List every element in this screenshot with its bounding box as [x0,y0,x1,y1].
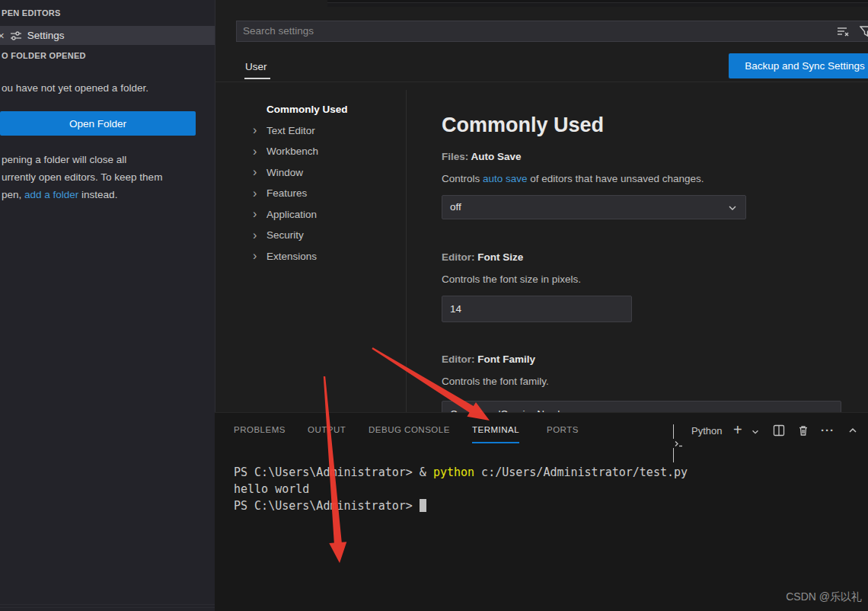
toc-item-window[interactable]: ›Window [253,162,397,184]
chevron-right-icon: › [253,166,260,178]
toc-item-workbench[interactable]: ›Workbench [253,141,397,162]
panel-tab-problems[interactable]: PROBLEMS [234,425,286,434]
toc-item-commonly-used[interactable]: Commonly Used [253,99,397,120]
open-editor-settings-item[interactable]: × Settings [0,26,215,45]
launch-profile-chevron-icon[interactable] [751,427,760,437]
setting-label-auto-save: Files: Auto Save [442,151,522,162]
setting-desc-auto-save: Controls auto save of editors that have … [442,173,704,184]
terminal-args: c:/Users/Administrator/test.py [474,465,688,479]
toc-item-label: Extensions [266,251,317,262]
chevron-right-icon: › [253,229,260,242]
terminal-shell-icon [673,425,685,462]
search-input[interactable] [237,21,791,40]
setting-category: Files: [442,151,471,162]
terminal-content[interactable]: PS C:\Users\Administrator> & python c:/U… [234,464,688,514]
setting-name: Font Family [477,353,535,365]
auto-save-value: off [450,201,461,213]
terminal-line: PS C:\Users\Administrator> & python c:/U… [234,464,688,481]
clear-filter-icon[interactable] [837,25,850,37]
filter-icon[interactable] [860,25,868,37]
shell-selector-label[interactable]: Python [691,425,722,437]
new-terminal-icon[interactable]: + [733,422,742,437]
panel-tab-ports[interactable]: PORTS [547,425,579,434]
terminal-line: PS C:\Users\Administrator> [234,497,688,514]
settings-tab-label: Settings [27,30,65,41]
settings-sliders-icon [10,30,22,42]
toc-item-label: Security [266,229,304,241]
note-line-2: urrently open editors. To keep them [2,168,201,186]
watermark: CSDN @乐以礼 [786,590,862,604]
terminal-line: hello world [234,481,688,497]
tab-user-underline [244,78,270,79]
setting-label-font-family: Editor: Font Family [442,353,535,365]
setting-name: Font Size [477,251,523,263]
setting-category: Editor: [442,251,477,263]
toc-divider [406,90,407,412]
terminal-operator: & [420,465,433,479]
settings-search-box [236,21,868,42]
note-line-1: pening a folder will close all [2,151,201,168]
maximize-panel-chevron-icon[interactable] [847,426,858,435]
toc-item-application[interactable]: ›Application [253,204,397,226]
note-line-3-suffix: instead. [78,189,117,200]
close-icon[interactable]: × [0,30,5,41]
chevron-right-icon: › [253,208,260,220]
kill-terminal-trash-icon[interactable] [797,424,809,437]
editor-tabstrip [327,0,868,7]
font-size-input[interactable] [442,296,632,322]
chevron-down-icon [727,203,738,213]
toc-item-label: Application [266,209,317,220]
no-folder-text: ou have not yet opened a folder. [2,82,148,94]
auto-save-select[interactable]: off [442,195,746,219]
no-folder-opened-header: O FOLDER OPENED [2,51,86,60]
desc-text: Controls [442,173,483,184]
chevron-right-icon: › [253,146,260,158]
terminal-output: hello world [234,482,309,496]
sidebar: PEN EDITORS × Settings O FOLDER OPENED o… [0,0,215,611]
open-editors-header: PEN EDITORS [2,8,61,18]
setting-label-font-size: Editor: Font Size [442,251,523,263]
toc-item-label: Features [266,187,307,199]
setting-desc-font-family: Controls the font family. [442,376,549,387]
toc-item-label: Workbench [266,146,318,157]
open-folder-button[interactable]: Open Folder [0,111,196,136]
terminal-prompt: PS C:\Users\Administrator> [234,465,420,479]
sidebar-section-divider [0,604,215,605]
tabstrip-border [327,2,868,3]
toc-item-label: Text Editor [266,125,315,136]
vscode-window: PEN EDITORS × Settings O FOLDER OPENED o… [0,0,868,611]
toc-item-label: Window [266,167,303,178]
terminal-cursor [420,499,426,512]
terminal-prompt: PS C:\Users\Administrator> [234,499,420,513]
note-line-3-prefix: pen, [2,189,24,200]
terminal-tab-underline [472,442,519,443]
setting-name: Auto Save [471,151,522,162]
note-line-3: pen, add a folder instead. [2,186,201,203]
toc-item-label: Commonly Used [266,104,348,115]
toc-item-text-editor[interactable]: ›Text Editor [253,120,397,142]
tab-user[interactable]: User [245,61,267,72]
chevron-right-icon: › [253,187,260,200]
open-folder-note: pening a folder will close all urrently … [2,151,201,203]
panel-tab-output[interactable]: OUTPUT [308,425,346,434]
more-actions-icon[interactable]: ··· [821,424,834,437]
terminal-command: python [433,465,474,479]
panel-tab-terminal[interactable]: TERMINAL [472,425,519,434]
auto-save-link[interactable]: auto save [483,173,528,184]
add-a-folder-link[interactable]: add a folder [24,189,78,200]
panel-tab-debug-console[interactable]: DEBUG CONSOLE [369,425,450,434]
settings-header-border [215,82,868,82]
toc-item-security[interactable]: ›Security [253,225,397,246]
setting-category: Editor: [442,353,477,365]
split-terminal-icon[interactable] [773,424,785,437]
chevron-right-icon: › [253,250,260,262]
setting-desc-font-size: Controls the font size in pixels. [442,274,581,285]
sidebar-section-divider [0,607,215,608]
page-title: Commonly Used [442,114,604,137]
desc-text: of editors that have unsaved changes. [528,173,704,184]
toc-item-extensions[interactable]: ›Extensions [253,246,397,267]
settings-toc: Commonly Used ›Text Editor ›Workbench ›W… [253,99,397,267]
toc-item-features[interactable]: ›Features [253,183,397,204]
chevron-right-icon: › [253,124,260,136]
backup-and-sync-button[interactable]: Backup and Sync Settings [729,53,868,78]
